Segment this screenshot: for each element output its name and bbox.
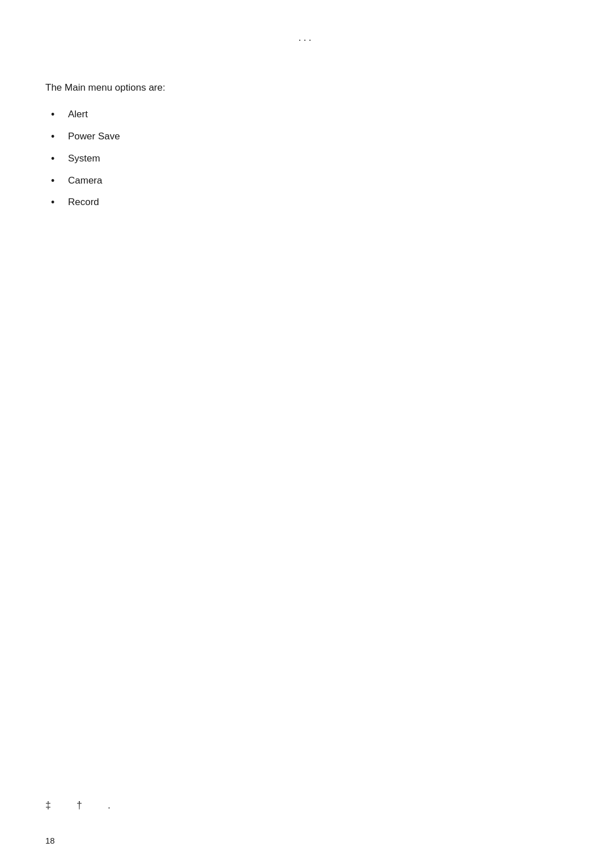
page-number: 18 [45,836,55,845]
menu-item-label: Alert [68,107,88,122]
menu-item-label: Record [68,194,99,210]
intro-text: The Main menu options are: [45,80,567,95]
menu-item-label: System [68,151,100,166]
bullet-icon: • [51,173,62,189]
list-item: • Alert [51,107,567,123]
footer-symbols: ‡ † . [45,799,122,811]
page-container: ··· The Main menu options are: • Alert •… [0,0,612,868]
list-item: • System [51,151,567,167]
list-item: • Record [51,194,567,211]
menu-item-label: Camera [68,173,102,188]
list-item: • Camera [51,173,567,189]
bullet-icon: • [51,129,62,145]
top-ellipsis: ··· [45,34,567,46]
menu-list: • Alert • Power Save • System • Camera •… [51,107,567,211]
bullet-icon: • [51,151,62,167]
bullet-icon: • [51,194,62,211]
menu-item-label: Power Save [68,129,120,144]
list-item: • Power Save [51,129,567,145]
bullet-icon: • [51,107,62,123]
